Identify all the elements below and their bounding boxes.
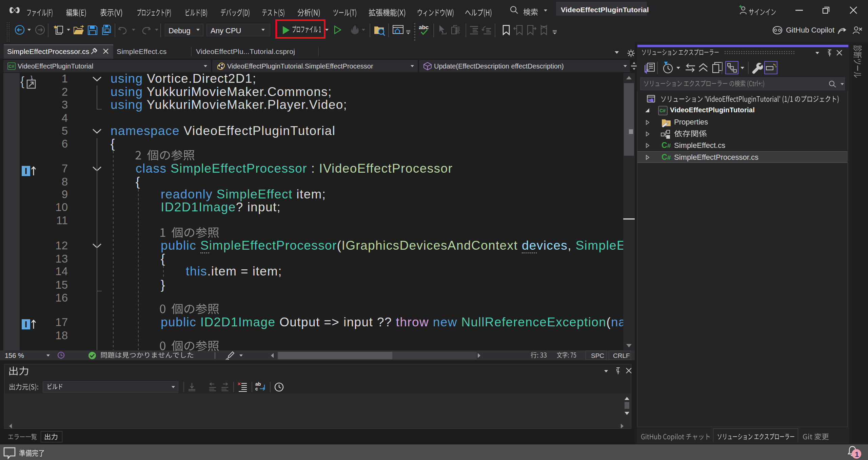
- svg-text:c: c: [255, 386, 258, 391]
- svg-text:C#: C#: [8, 64, 14, 69]
- svg-text:{: {: [20, 75, 24, 88]
- svg-text:abc: abc: [419, 24, 429, 31]
